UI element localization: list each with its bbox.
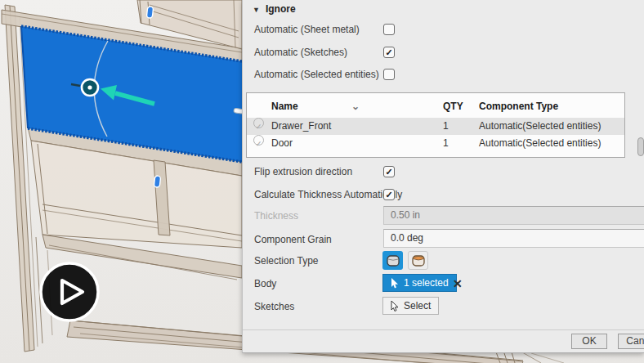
option-row: Automatic (Sheet metal) ✓ (243, 24, 644, 36)
sketches-select-button[interactable]: Select (382, 297, 439, 315)
body-selected-count: 1 selected (404, 277, 449, 289)
option-label: Automatic (Sketches) (254, 47, 347, 58)
sketch-body-icon (412, 255, 425, 267)
sketches-select-label: Select (404, 300, 431, 311)
ignore-section-header[interactable]: ▼Ignore (253, 3, 296, 15)
status-check-icon: ✓ (253, 135, 264, 146)
checkbox-flip-extrusion[interactable]: ✓ (383, 166, 395, 177)
thickness-input[interactable]: 0.50 in (383, 206, 644, 225)
sketches-label: Sketches (254, 301, 294, 312)
option-label: Automatic (Sheet metal) (254, 24, 360, 35)
checkbox-calculate-thickness[interactable]: ✓ (383, 189, 395, 200)
cell-type: Automatic(Selected entities) (479, 118, 601, 135)
cursor-icon (391, 278, 399, 289)
clear-selection-icon[interactable]: ✕ (453, 277, 463, 290)
option-label: Automatic (Selected entities) (254, 69, 379, 80)
cell-name: Door (271, 135, 293, 152)
component-grain-input[interactable]: 0.0 deg (383, 229, 644, 248)
selection-type-body-button[interactable] (382, 251, 403, 270)
cursor-icon (391, 301, 399, 311)
checkbox-automatic-sheet-metal[interactable]: ✓ (383, 24, 395, 35)
option-row: Automatic (Sketches) ✓ (243, 47, 644, 59)
body-icon (387, 255, 400, 267)
cancel-button[interactable]: Cancel (618, 334, 644, 349)
checkbox-automatic-sketches[interactable]: ✓ (383, 47, 395, 58)
app-window: ▼Ignore Automatic (Sheet metal) ✓ Automa… (0, 0, 644, 363)
components-table: Name ⌄ QTY Component Type ✓ Drawer_Front… (246, 92, 625, 158)
body-label: Body (254, 278, 276, 289)
component-properties-dialog: ▼Ignore Automatic (Sheet metal) ✓ Automa… (242, 0, 644, 353)
check-icon: ✓ (385, 190, 392, 200)
option-row: Flip extrusion direction ✓ (243, 166, 644, 178)
cell-qty: 1 (443, 118, 449, 135)
cell-qty: 1 (443, 135, 449, 152)
option-row: Calculate Thickness Automatically ✓ (243, 189, 644, 201)
component-grain-label: Component Grain (254, 234, 332, 245)
thickness-label: Thickness (254, 210, 298, 222)
status-check-icon: ✓ (253, 118, 264, 128)
selection-type-label: Selection Type (254, 255, 319, 267)
cell-type: Automatic(Selected entities) (479, 135, 601, 152)
column-header-name[interactable]: Name (271, 101, 298, 112)
cell-name: Drawer_Front (271, 118, 331, 135)
option-label: Flip extrusion direction (254, 166, 352, 177)
checkbox-automatic-selected-entities[interactable]: ✓ (383, 69, 395, 80)
footer-divider (243, 329, 644, 330)
chevron-down-icon[interactable]: ⌄ (351, 101, 360, 112)
edge-handle-icon[interactable] (154, 176, 160, 188)
selection-type-sketch-button[interactable] (408, 251, 428, 270)
table-scrollbar[interactable] (637, 137, 644, 156)
section-title: Ignore (266, 3, 296, 15)
table-row[interactable]: ✓ Door 1 Automatic(Selected entities) (247, 135, 624, 152)
edge-handle-icon[interactable] (146, 7, 153, 19)
column-header-type[interactable]: Component Type (479, 101, 558, 112)
play-button[interactable] (41, 263, 98, 320)
table-header[interactable]: Name ⌄ QTY Component Type (247, 93, 624, 118)
collapse-triangle-icon: ▼ (253, 6, 260, 14)
option-row: Automatic (Selected entities) ✓ (243, 69, 644, 81)
ok-button[interactable]: OK (571, 334, 607, 349)
body-selected-button[interactable]: 1 selected (382, 274, 457, 292)
check-icon: ✓ (385, 167, 392, 177)
column-header-qty[interactable]: QTY (443, 101, 463, 112)
check-icon: ✓ (385, 47, 392, 58)
option-label: Calculate Thickness Automatically (254, 189, 402, 200)
table-row[interactable]: ✓ Drawer_Front 1 Automatic(Selected enti… (247, 118, 624, 135)
